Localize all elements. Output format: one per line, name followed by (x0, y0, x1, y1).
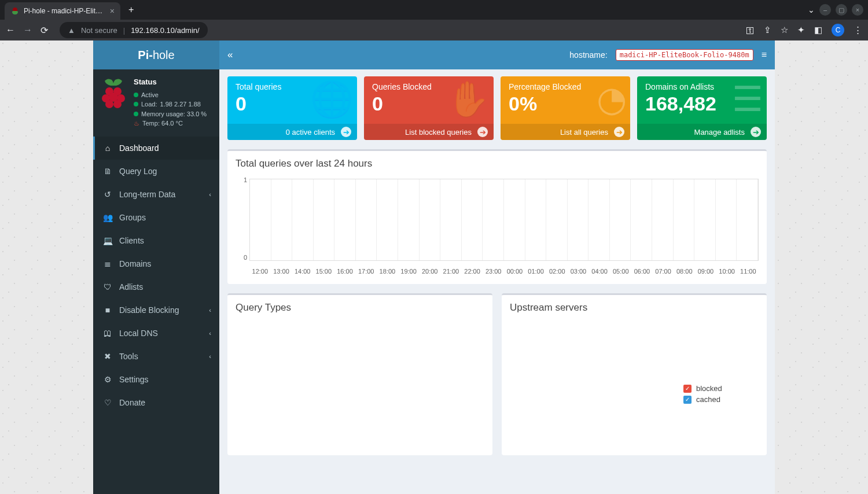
globe-icon: 🌐 (310, 79, 354, 120)
nav-adlists[interactable]: 🛡Adlists (93, 275, 219, 298)
page-viewport: Pi-hole « hostname: madici-HP-EliteBook-… (0, 40, 868, 494)
home-icon: ⌂ (103, 143, 112, 153)
nav-settings[interactable]: ⚙Settings (93, 368, 219, 391)
status-active: Active (141, 90, 159, 100)
tab-title: Pi-hole - madici-HP-EliteB… (24, 7, 105, 15)
arrow-right-icon: ➔ (614, 127, 624, 137)
share-icon[interactable]: ⇪ (764, 25, 771, 35)
status-load: 1.98 2.27 1.88 (160, 99, 201, 109)
status-temp: Temp: 64.0 °C (142, 119, 183, 128)
not-secure-icon: ▲ (68, 26, 75, 35)
stat-queries-blocked[interactable]: Queries Blocked 0 ✋ List blocked queries… (364, 76, 494, 140)
queries-chart: 10 12:0013:0014:0015:0016:0017:0018:0019… (236, 176, 759, 275)
main-content: Total queries 0 🌐 0 active clients➔ Quer… (219, 69, 775, 494)
gear-icon: ⚙ (103, 375, 112, 384)
reload-button[interactable]: ⟳ (41, 25, 48, 36)
stat-row: Total queries 0 🌐 0 active clients➔ Quer… (227, 76, 767, 140)
panel-query-types: Query Types (227, 293, 492, 455)
legend-swatch-icon: ✓ (683, 396, 692, 404)
status-load-label: Load: (141, 99, 157, 109)
hand-icon: ✋ (447, 79, 490, 120)
chevron-left-icon: ‹ (209, 353, 211, 360)
list-alt-icon: ☰ (732, 79, 763, 119)
address-bar[interactable]: ▲ Not secure | 192.168.0.10/admin/ (60, 22, 208, 38)
extensions-icon[interactable]: ✦ (797, 25, 805, 35)
memory-dot-icon (134, 112, 138, 116)
pihole-favicon (10, 6, 19, 16)
chevron-left-icon: ‹ (209, 307, 211, 314)
minimize-button[interactable]: – (819, 4, 831, 16)
nav-local-dns[interactable]: 🕮Local DNS‹ (93, 322, 219, 345)
pie-chart-icon: ◔ (597, 79, 627, 119)
stat-domains-adlists[interactable]: Domains on Adlists 168,482 ☰ Manage adli… (637, 76, 767, 140)
users-icon: 👥 (103, 213, 112, 222)
nav-donate[interactable]: ♡Donate (93, 391, 219, 414)
stat-total-queries[interactable]: Total queries 0 🌐 0 active clients➔ (227, 76, 357, 140)
hostname-value: madici-HP-EliteBook-Folio-9480m (616, 49, 753, 61)
stop-icon: ■ (103, 305, 112, 315)
panel-upstream-servers: Upstream servers ✓blocked ✓cached (502, 293, 767, 455)
status-memory: Memory usage: 33.0 % (141, 109, 207, 119)
chevron-left-icon: ‹ (209, 191, 211, 198)
panel-title: Query Types (227, 295, 492, 320)
nav-groups[interactable]: 👥Groups (93, 206, 219, 229)
close-window-button[interactable]: × (852, 4, 863, 16)
nav-list: ⌂Dashboard 🗎Query Log ↺Long-term Data‹ 👥… (93, 137, 219, 414)
nav-long-term[interactable]: ↺Long-term Data‹ (93, 183, 219, 206)
kebab-menu-icon[interactable]: ⋮ (854, 25, 862, 35)
browser-tab[interactable]: Pi-hole - madici-HP-EliteB… × (5, 2, 120, 20)
arrow-right-icon: ➔ (477, 127, 488, 137)
tools-icon: ✖ (103, 352, 112, 361)
laptop-icon: 💻 (103, 236, 112, 245)
app-header: Pi-hole « hostname: madici-HP-EliteBook-… (93, 40, 775, 69)
history-icon: ↺ (103, 190, 112, 199)
collapse-sidebar-icon[interactable]: « (227, 49, 233, 61)
chevron-down-icon[interactable]: ⌄ (808, 5, 815, 14)
key-icon[interactable]: ⚿ (746, 25, 755, 35)
donate-icon: ♡ (103, 398, 112, 407)
browser-toolbar: ← → ⟳ ▲ Not secure | 192.168.0.10/admin/… (0, 20, 868, 40)
nav-domains[interactable]: ≣Domains (93, 252, 219, 275)
temp-fire-icon: ♨ (134, 119, 139, 128)
panel-title: Upstream servers (502, 295, 767, 320)
nav-tools[interactable]: ✖Tools‹ (93, 345, 219, 368)
hamburger-icon[interactable]: ≡ (762, 50, 767, 60)
pihole-app: Pi-hole « hostname: madici-HP-EliteBook-… (93, 40, 775, 494)
panel-total-queries-chart: Total queries over last 24 hours 10 12:0… (227, 149, 767, 284)
raspberry-logo-icon (99, 76, 128, 111)
sidepanel-icon[interactable]: ◧ (814, 25, 822, 35)
logo[interactable]: Pi-hole (93, 40, 219, 69)
profile-avatar[interactable]: C (832, 24, 844, 36)
hostname-label: hostname: (569, 50, 607, 60)
load-dot-icon (134, 102, 138, 106)
close-tab-icon[interactable]: × (110, 6, 115, 16)
file-icon: 🗎 (103, 167, 112, 176)
chevron-left-icon: ‹ (209, 330, 211, 337)
sidebar: Status Active Load:1.98 2.27 1.88 Memory… (93, 69, 219, 494)
nav-query-log[interactable]: 🗎Query Log (93, 160, 219, 183)
url-text: 192.168.0.10/admin/ (131, 26, 200, 35)
legend-swatch-icon: ✓ (683, 385, 692, 393)
status-panel: Status Active Load:1.98 2.27 1.88 Memory… (93, 69, 219, 137)
window-controls: ⌄ – ▢ × (808, 4, 863, 16)
svg-point-6 (113, 100, 122, 108)
legend-item-cached[interactable]: ✓cached (683, 395, 759, 404)
nav-disable-blocking[interactable]: ■Disable Blocking‹ (93, 298, 219, 322)
nav-clients[interactable]: 💻Clients (93, 229, 219, 252)
status-title: Status (134, 76, 207, 88)
list-icon: ≣ (103, 259, 112, 268)
svg-point-5 (105, 100, 113, 108)
book-icon: 🕮 (103, 329, 112, 338)
legend-item-blocked[interactable]: ✓blocked (683, 384, 759, 393)
back-button[interactable]: ← (6, 25, 15, 35)
bookmark-icon[interactable]: ☆ (781, 25, 788, 35)
shield-icon: 🛡 (103, 282, 112, 292)
browser-tab-strip: Pi-hole - madici-HP-EliteB… × + ⌄ – ▢ × (0, 0, 868, 20)
forward-button[interactable]: → (23, 25, 32, 35)
new-tab-button[interactable]: + (128, 5, 134, 15)
nav-dashboard[interactable]: ⌂Dashboard (93, 137, 219, 160)
maximize-button[interactable]: ▢ (836, 4, 847, 16)
arrow-right-icon: ➔ (341, 127, 351, 137)
arrow-right-icon: ➔ (751, 127, 761, 137)
stat-percent-blocked[interactable]: Percentage Blocked 0% ◔ List all queries… (501, 76, 630, 140)
